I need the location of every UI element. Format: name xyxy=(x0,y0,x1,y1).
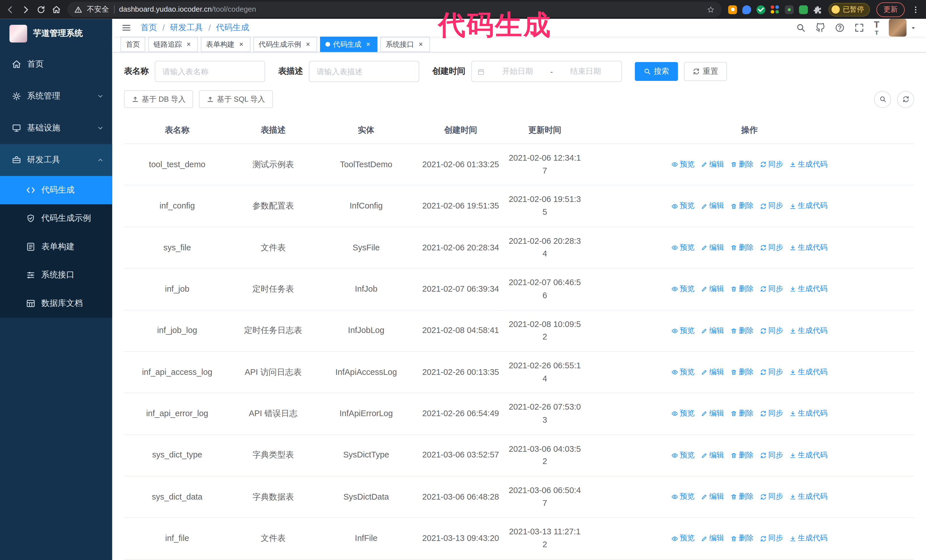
sync-link[interactable]: 同步 xyxy=(760,491,783,503)
table-desc-input[interactable] xyxy=(309,62,419,82)
extension-icon-dark[interactable] xyxy=(785,5,794,14)
sidebar-item-codegen[interactable]: 代码生成 xyxy=(0,176,112,204)
search-icon[interactable] xyxy=(796,23,805,32)
preview-link[interactable]: 预览 xyxy=(672,408,694,420)
browser-update-button[interactable]: 更新 xyxy=(876,2,905,17)
sync-link[interactable]: 同步 xyxy=(760,200,783,211)
user-avatar[interactable] xyxy=(889,19,916,36)
sync-link[interactable]: 同步 xyxy=(760,408,783,420)
edit-link[interactable]: 编辑 xyxy=(701,325,724,337)
generate-code-link[interactable]: 生成代码 xyxy=(790,367,828,378)
sync-link[interactable]: 同步 xyxy=(760,284,783,295)
preview-link[interactable]: 预览 xyxy=(672,450,694,461)
refresh-button[interactable] xyxy=(897,91,914,108)
generate-code-link[interactable]: 生成代码 xyxy=(790,159,828,171)
browser-home-icon[interactable] xyxy=(52,5,61,14)
sidebar-item-system[interactable]: 系统管理 xyxy=(0,80,112,112)
toggle-search-button[interactable] xyxy=(874,91,891,108)
close-icon[interactable]: × xyxy=(185,41,193,48)
preview-link[interactable]: 预览 xyxy=(672,200,694,211)
generate-code-link[interactable]: 生成代码 xyxy=(790,491,828,503)
breadcrumb-devtools[interactable]: 研发工具 xyxy=(170,23,203,33)
preview-link[interactable]: 预览 xyxy=(672,284,694,295)
sync-link[interactable]: 同步 xyxy=(760,450,783,461)
reset-button[interactable]: 重置 xyxy=(684,62,727,81)
delete-link[interactable]: 删除 xyxy=(731,367,754,378)
preview-link[interactable]: 预览 xyxy=(672,533,694,544)
edit-link[interactable]: 编辑 xyxy=(701,533,724,544)
delete-link[interactable]: 删除 xyxy=(731,491,754,503)
browser-forward-icon[interactable] xyxy=(21,5,30,14)
sidebar-item-infra[interactable]: 基础设施 xyxy=(0,112,112,144)
edit-link[interactable]: 编辑 xyxy=(701,242,724,253)
sync-link[interactable]: 同步 xyxy=(760,242,783,253)
sync-link[interactable]: 同步 xyxy=(760,159,783,171)
import-db-button[interactable]: 基于 DB 导入 xyxy=(124,90,193,108)
tab-codegen[interactable]: 代码生成× xyxy=(320,37,377,52)
tab-system-api[interactable]: 系统接口× xyxy=(380,37,430,52)
generate-code-link[interactable]: 生成代码 xyxy=(790,200,828,211)
close-icon[interactable]: × xyxy=(417,41,425,48)
tab-home[interactable]: 首页 xyxy=(121,37,145,52)
browser-menu-icon[interactable] xyxy=(911,5,920,14)
edit-link[interactable]: 编辑 xyxy=(701,367,724,378)
sidebar-logo[interactable]: 芋道管理系统 xyxy=(0,19,112,48)
extension-icon-leaf[interactable] xyxy=(799,5,808,14)
sidebar-item-db-doc[interactable]: 数据库文档 xyxy=(0,290,112,318)
extension-icon-camera[interactable] xyxy=(728,5,737,14)
browser-reload-icon[interactable] xyxy=(37,5,45,14)
breadcrumb-home[interactable]: 首页 xyxy=(141,23,157,33)
delete-link[interactable]: 删除 xyxy=(731,200,754,211)
generate-code-link[interactable]: 生成代码 xyxy=(790,408,828,420)
sync-link[interactable]: 同步 xyxy=(760,325,783,337)
extension-icon-check[interactable] xyxy=(757,5,765,14)
delete-link[interactable]: 删除 xyxy=(731,284,754,295)
import-sql-button[interactable]: 基于 SQL 导入 xyxy=(199,90,273,108)
search-button[interactable]: 搜索 xyxy=(635,62,678,81)
sync-link[interactable]: 同步 xyxy=(760,367,783,378)
table-name-input[interactable] xyxy=(155,62,265,82)
address-bar[interactable]: 不安全 dashboard.yudao.iocoder.cn/tool/code… xyxy=(67,2,722,17)
generate-code-link[interactable]: 生成代码 xyxy=(790,325,828,337)
sync-link[interactable]: 同步 xyxy=(760,533,783,544)
date-range-picker[interactable]: 开始日期 - 结束日期 xyxy=(471,61,622,82)
edit-link[interactable]: 编辑 xyxy=(701,408,724,420)
preview-link[interactable]: 预览 xyxy=(672,325,694,337)
edit-link[interactable]: 编辑 xyxy=(701,159,724,171)
extensions-puzzle-icon[interactable] xyxy=(813,5,822,14)
tab-codegen-demo[interactable]: 代码生成示例× xyxy=(253,37,317,52)
delete-link[interactable]: 删除 xyxy=(731,325,754,337)
preview-link[interactable]: 预览 xyxy=(672,491,694,503)
delete-link[interactable]: 删除 xyxy=(731,450,754,461)
close-icon[interactable]: × xyxy=(304,41,312,48)
bookmark-star-icon[interactable] xyxy=(707,6,714,14)
delete-link[interactable]: 删除 xyxy=(731,159,754,171)
edit-link[interactable]: 编辑 xyxy=(701,284,724,295)
help-icon[interactable] xyxy=(835,23,844,32)
close-icon[interactable]: × xyxy=(365,41,372,48)
tab-form-builder[interactable]: 表单构建× xyxy=(201,37,250,52)
delete-link[interactable]: 删除 xyxy=(731,533,754,544)
preview-link[interactable]: 预览 xyxy=(672,159,694,171)
extension-icon-drop[interactable] xyxy=(742,5,751,14)
font-size-icon[interactable]: TT xyxy=(874,20,879,36)
sidebar-item-system-api[interactable]: 系统接口 xyxy=(0,261,112,289)
close-icon[interactable]: × xyxy=(238,41,245,48)
sidebar-item-codegen-demo[interactable]: 代码生成示例 xyxy=(0,204,112,232)
sidebar-item-home[interactable]: 首页 xyxy=(0,48,112,80)
browser-back-icon[interactable] xyxy=(6,5,15,14)
edit-link[interactable]: 编辑 xyxy=(701,450,724,461)
edit-link[interactable]: 编辑 xyxy=(701,200,724,211)
preview-link[interactable]: 预览 xyxy=(672,242,694,253)
preview-link[interactable]: 预览 xyxy=(672,367,694,378)
generate-code-link[interactable]: 生成代码 xyxy=(790,450,828,461)
generate-code-link[interactable]: 生成代码 xyxy=(790,242,828,253)
sidebar-item-form-builder[interactable]: 表单构建 xyxy=(0,233,112,261)
delete-link[interactable]: 删除 xyxy=(731,408,754,420)
fullscreen-icon[interactable] xyxy=(855,23,864,32)
extension-icon-colordots[interactable] xyxy=(771,5,779,14)
sidebar-item-devtools[interactable]: 研发工具 xyxy=(0,144,112,176)
tab-tracing[interactable]: 链路追踪× xyxy=(148,37,198,52)
hamburger-icon[interactable] xyxy=(122,23,131,32)
github-icon[interactable] xyxy=(816,23,825,32)
